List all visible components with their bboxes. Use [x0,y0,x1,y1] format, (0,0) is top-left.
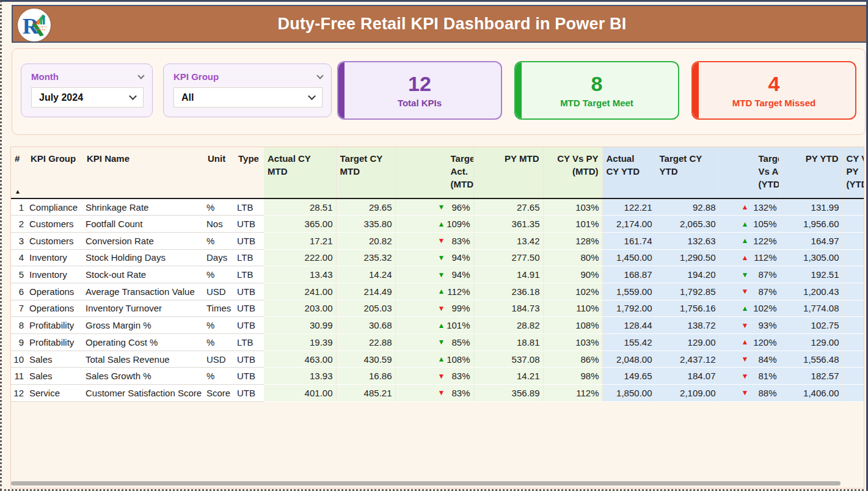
cell-py_ytd: 182.57 [779,368,842,385]
triangle-up-icon: ▲ [438,288,445,295]
cell-py_ytd: 131.99 [779,198,842,216]
cell-num: 6 [11,283,27,300]
column-header-group[interactable]: KPI Group [27,147,83,198]
total-kpis-card: 12 Total KPIs [337,61,502,120]
column-header-name[interactable]: KPI Name [83,147,204,198]
cell-actual_cy_ytd: 122.21 [602,198,655,216]
month-slicer: Month July 2024 [21,64,153,117]
column-header-num[interactable]: #▲ [11,147,27,198]
cell-target_cy_ytd: 1,756.16 [655,300,719,317]
cell-cy_vs_py_ytd [842,216,864,233]
table-row: 5InventoryStock-out Rate%LTB13.4314.24▼9… [11,266,864,283]
mtd-target-meet-value: 8 [591,73,603,94]
cell-py_ytd: 1,774.08 [779,300,842,317]
cell-actual_cy_ytd: 1,792.00 [602,300,655,317]
kpi-group-slicer: KPI Group All [163,64,332,117]
variance-percent: 102% [753,303,776,313]
cell-type: UTB [235,232,264,249]
horizontal-scrollbar[interactable] [11,481,841,486]
cell-py_mtd: 27.65 [473,198,543,216]
cell-name: Shrinkage Rate [83,198,204,216]
cell-target_cy_ytd: 92.88 [655,198,719,216]
column-header-py_mtd[interactable]: PY MTD [473,147,543,198]
cell-group: Operations [27,283,83,300]
cell-tva_mtd: ▲101% [395,317,473,334]
cell-group: Sales [27,351,83,368]
table-row: 3CustomersConversion Rate%UTB17.2120.82▼… [11,232,864,249]
cell-tva_ytd: ▼84% [719,351,779,368]
cell-cy_vs_py_mtd: 101% [543,216,602,233]
cell-tva_ytd: ▲132% [719,198,779,216]
mtd-target-meet-label: MTD Target Meet [560,98,633,108]
triangle-up-icon: ▲ [742,254,749,261]
cell-target_cy_ytd: 1,792.85 [655,283,719,300]
cell-name: Stock-out Rate [83,266,204,283]
variance-percent: 99% [451,303,470,313]
cell-py_ytd: 102.75 [779,317,842,334]
column-header-py_ytd[interactable]: PY YTD [779,147,842,198]
column-header-cy_vs_py_ytd[interactable]: CY Vs PY (YTD) [842,147,864,198]
cell-cy_vs_py_mtd: 103% [543,334,602,351]
column-header-actual_cy_mtd[interactable]: Actual CY MTD [264,147,336,198]
column-header-target_cy_mtd[interactable]: Target CY MTD [336,147,395,198]
triangle-down-icon: ▼ [742,288,749,295]
cell-group: Customers [27,216,83,233]
cell-group: Service [27,385,83,402]
cell-unit: % [204,368,235,385]
cell-type: UTB [235,368,264,385]
variance-percent: 112% [754,252,776,263]
cell-tva_ytd: ▲120% [719,334,779,351]
column-header-unit[interactable]: Unit [204,147,235,198]
cell-tva_ytd: ▼87% [719,266,779,283]
chevron-down-icon[interactable] [137,72,144,79]
kpi-group-dropdown[interactable]: All [173,87,323,107]
logo-graphic: R a n a l y t i c s ★★★★★ [21,12,47,38]
cell-target_cy_ytd: 194.20 [655,266,719,283]
chevron-down-icon[interactable] [316,72,323,79]
kpi-group-slicer-label: KPI Group [173,71,219,82]
column-header-tva_mtd[interactable]: Target Vs Act. (MTD) [395,147,473,198]
kpi-table-body: 1ComplianceShrinkage Rate%LTB28.5129.65▼… [11,198,864,401]
cell-actual_cy_ytd: 149.65 [602,368,655,385]
cell-type: UTB [235,351,264,368]
cell-unit: % [204,317,235,334]
triangle-down-icon: ▼ [438,271,445,278]
cell-actual_cy_ytd: 155.42 [602,334,655,351]
triangle-up-icon: ▲ [438,321,445,329]
variance-percent: 83% [451,388,470,398]
column-header-type[interactable]: Type [235,147,264,198]
cell-tva_mtd: ▼83% [395,232,473,249]
cell-actual_cy_mtd: 401.00 [264,385,336,402]
cell-py_mtd: 361.35 [473,216,543,233]
cell-cy_vs_py_ytd [842,266,864,283]
cell-tva_mtd: ▲112% [395,283,473,300]
variance-percent: 87% [758,286,776,297]
cell-unit: % [204,232,235,249]
month-dropdown[interactable]: July 2024 [31,87,144,107]
cell-cy_vs_py_mtd: 90% [543,266,602,283]
cell-actual_cy_mtd: 28.51 [264,198,336,216]
variance-percent: 93% [758,320,776,330]
column-header-label: PY YTD [806,153,839,164]
mtd-target-missed-label: MTD Target Missed [732,98,815,108]
cell-actual_cy_ytd: 1,450.00 [602,249,655,266]
table-row: 8ProfitabilityGross Margin %%UTB30.9930.… [11,317,864,334]
variance-percent: 120% [753,337,776,347]
cell-cy_vs_py_mtd: 128% [543,232,602,249]
column-header-actual_cy_ytd[interactable]: Actual CY YTD [602,147,655,198]
column-header-tva_ytd[interactable]: Target Vs Act. (YTD) [719,147,779,198]
cell-cy_vs_py_ytd [842,368,864,385]
cell-py_mtd: 277.50 [473,249,543,266]
cell-actual_cy_ytd: 2,048.00 [602,351,655,368]
cell-actual_cy_mtd: 222.00 [264,249,336,266]
cell-cy_vs_py_ytd [842,283,864,300]
cell-tva_ytd: ▼93% [719,317,779,334]
cell-unit: USD [204,283,235,300]
column-header-target_cy_ytd[interactable]: Target CY YTD [655,147,719,198]
column-header-cy_vs_py_mtd[interactable]: CY Vs PY (MTD) [543,147,602,198]
cell-unit: USD [204,351,235,368]
triangle-up-icon: ▲ [742,305,749,312]
variance-percent: 94% [451,252,470,263]
column-header-label: Target Vs Act. (YTD) [759,153,779,189]
triangle-down-icon: ▼ [742,321,749,329]
